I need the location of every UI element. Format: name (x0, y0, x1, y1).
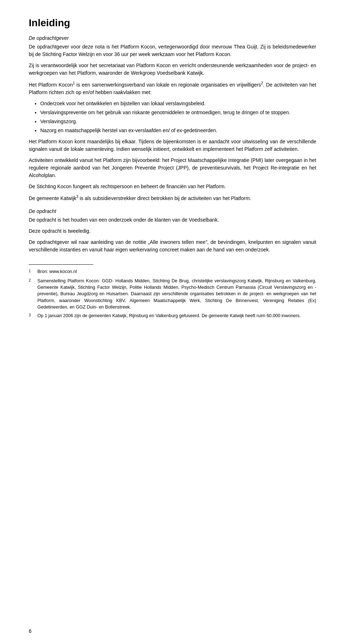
para-opdrachtgever-1: De opdrachtgever voor deze nota is het P… (29, 43, 316, 58)
bullet-item-2: Verslavingspreventie om het gebruik van … (40, 109, 316, 116)
section-heading-opdrachtgever: De opdrachtgever (29, 35, 316, 41)
footnote-text-2: Samenstelling Platform Kocon: GGD- Holla… (37, 278, 316, 310)
para-gemeente-katwijk: De gemeente Katwijk3 is als subsidievers… (29, 194, 316, 202)
para-opdracht-3: De opdrachtgever wil naar aanleiding van… (29, 238, 316, 254)
para-stichting-kocon: De Stichting Kocon fungeert als rechtspe… (29, 183, 316, 190)
page-title: Inleiding (29, 17, 316, 29)
para-opdracht-1: De opdracht is het houden van een onderz… (29, 216, 316, 224)
bullet-item-3: Verslavingszorg. (40, 118, 316, 125)
para-opdracht-2: Deze opdracht is tweeledig. (29, 227, 316, 235)
para-platform-maandelijks: Het Platform Kocon komt maandelijks bij … (29, 138, 316, 153)
footnote-text-1: Bron: www.kocon.nl (37, 268, 316, 275)
para-opdrachtgever-3: Het Platform Kocon1 is een samenwerkings… (29, 80, 316, 96)
para-opdrachtgever-2: Zij is verantwoordelijk voor het secreta… (29, 62, 316, 77)
footnote-divider (29, 264, 93, 265)
bullet-list-activiteiten: Onderzoek voor het ontwikkelen en bijste… (29, 100, 316, 134)
page-container: Inleiding De opdrachtgever De opdrachtge… (0, 0, 345, 644)
footnote-1: 1 Bron: www.kocon.nl (29, 268, 316, 275)
para-activiteiten-ontwikkeld: Activiteiten ontwikkeld vanuit het Platf… (29, 157, 316, 179)
section-heading-opdracht: De opdracht (29, 208, 316, 214)
footnote-number-1: 1 (29, 268, 37, 275)
footnote-section: 1 Bron: www.kocon.nl 2 Samenstelling Pla… (29, 268, 316, 319)
section-opdrachtgever: De opdrachtgever De opdrachtgever voor d… (29, 35, 316, 202)
footnote-number-2: 2 (29, 278, 37, 285)
bullet-item-4: Nazorg en maatschappelijk herstel van ex… (40, 127, 316, 134)
page-number: 6 (29, 628, 32, 634)
section-opdracht: De opdracht De opdracht is het houden va… (29, 208, 316, 254)
bullet-item-1: Onderzoek voor het ontwikkelen en bijste… (40, 100, 316, 107)
footnote-3: 3 Op 1 januari 2006 zijn de gemeenten Ka… (29, 312, 316, 320)
footnote-number-3: 3 (29, 312, 37, 320)
footnote-text-3: Op 1 januari 2006 zijn de gemeenten Katw… (37, 312, 316, 319)
footnote-2: 2 Samenstelling Platform Kocon: GGD- Hol… (29, 278, 316, 310)
